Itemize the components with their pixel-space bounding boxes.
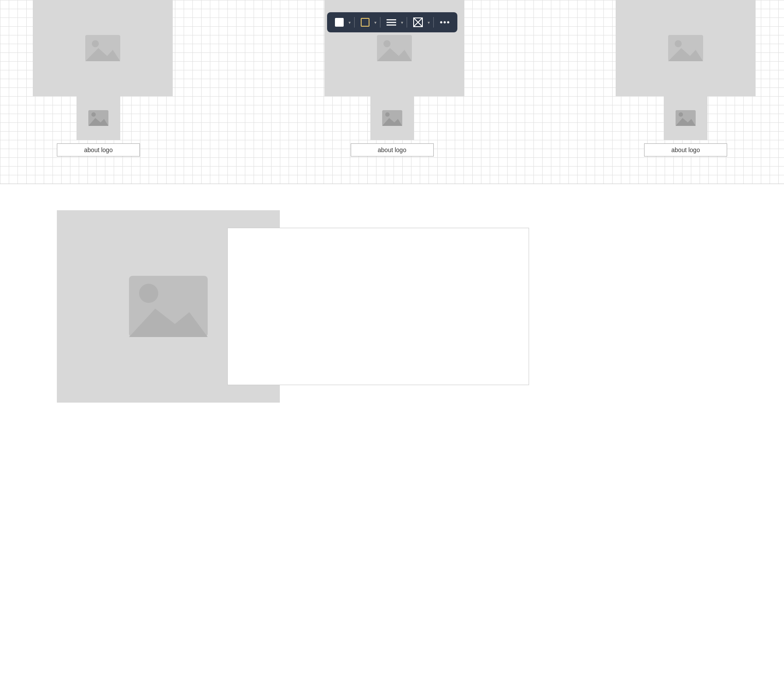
toolbar-divider-4 [433, 17, 434, 28]
lines-icon [387, 19, 396, 26]
small-card-img-2 [370, 96, 414, 140]
svg-point-6 [440, 21, 442, 24]
bottom-right-panel [227, 228, 529, 385]
toolbar-divider-2 [380, 17, 380, 28]
small-card-group-1: about logo [57, 96, 140, 156]
svg-point-7 [443, 21, 446, 24]
small-card-img-1 [77, 96, 120, 140]
svg-point-19 [91, 112, 96, 117]
bottom-image-placeholder [125, 269, 212, 344]
bottom-section [0, 184, 784, 678]
bottom-content [57, 210, 727, 403]
more-options-button[interactable] [437, 19, 452, 25]
square-fill-icon [335, 18, 344, 27]
small-cards-row: about logo about logo about logo [0, 96, 784, 156]
more-options-icon [440, 21, 449, 24]
chevron-2-icon: ▾ [374, 20, 376, 25]
toolbar-divider-1 [354, 17, 355, 28]
svg-point-22 [385, 112, 390, 117]
image-placeholder-1 [83, 31, 122, 66]
svg-point-25 [679, 112, 683, 117]
svg-rect-2 [387, 24, 396, 26]
chevron-1-icon: ▾ [348, 20, 351, 25]
cross-box-button[interactable] [411, 16, 425, 29]
small-card-label-3: about logo [644, 143, 727, 156]
small-card-group-3: about logo [644, 96, 727, 156]
image-placeholder-2 [375, 31, 414, 66]
svg-point-10 [92, 40, 99, 47]
square-fill-button[interactable] [332, 16, 346, 28]
small-card-group-2: about logo [351, 96, 434, 156]
svg-point-8 [447, 21, 449, 24]
chevron-3-icon: ▾ [401, 20, 403, 25]
large-card-3 [616, 0, 756, 96]
lines-button[interactable] [384, 17, 399, 28]
top-section: ▾ ▾ ▾ ▾ [0, 0, 784, 184]
svg-point-13 [383, 40, 390, 47]
svg-rect-1 [387, 22, 396, 23]
square-outline-icon [361, 18, 369, 27]
svg-point-16 [675, 40, 682, 47]
small-card-label-2: about logo [351, 143, 434, 156]
large-card-1 [33, 0, 173, 96]
small-card-img-3 [664, 96, 707, 140]
image-placeholder-3 [666, 31, 705, 66]
chevron-4-icon: ▾ [428, 20, 430, 25]
svg-rect-0 [387, 19, 396, 21]
svg-point-28 [139, 284, 158, 303]
square-outline-button[interactable] [358, 16, 372, 28]
cross-box-icon [413, 17, 423, 27]
small-card-label-1: about logo [57, 143, 140, 156]
toolbar: ▾ ▾ ▾ ▾ [327, 12, 457, 32]
toolbar-divider-3 [407, 17, 407, 28]
